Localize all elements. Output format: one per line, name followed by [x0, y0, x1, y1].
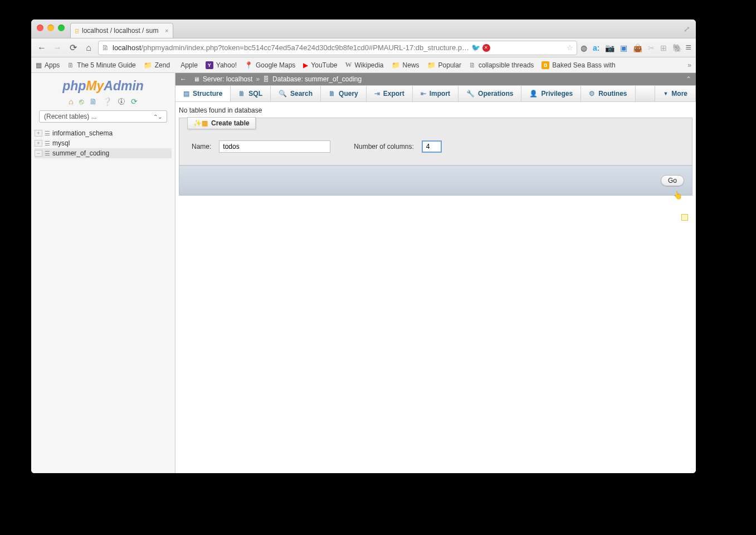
- dropdown-caret-icon: ⌃⌄: [153, 114, 162, 120]
- evernote-ext-icon[interactable]: 🐘: [672, 43, 682, 52]
- ext-icon[interactable]: ✂: [648, 43, 655, 52]
- chrome-toolbar: ← → ⟳ ⌂ 🗎 localhost /phpmyadmin/index.ph…: [31, 38, 696, 57]
- bookmark-label: Apple: [181, 61, 198, 69]
- bookmark-star-icon[interactable]: ☆: [567, 43, 573, 52]
- breadcrumb-database[interactable]: Database: summer_of_coding: [272, 75, 362, 83]
- db-node-summer-of-coding[interactable]: – ☰ summer_of_coding: [35, 148, 172, 158]
- bookmark-item[interactable]: 🗎collapsible threads: [469, 61, 534, 69]
- structure-icon: ▤: [183, 90, 189, 98]
- bookmark-item[interactable]: 🗎The 5 Minute Guide: [67, 61, 135, 69]
- bookmark-folder-news[interactable]: 📁News: [392, 61, 420, 69]
- ext-icon[interactable]: ◍: [581, 43, 587, 52]
- settings-icon[interactable]: 🛈: [118, 97, 125, 106]
- page-icon: B: [542, 61, 549, 69]
- window-controls: [37, 25, 65, 31]
- bookmark-label: Baked Sea Bass with: [552, 61, 615, 69]
- adblock-ext-icon[interactable]: ✕: [482, 44, 490, 52]
- ext-icon[interactable]: ⊞: [660, 43, 667, 52]
- db-node-mysql[interactable]: + ☰ mysql: [35, 138, 172, 148]
- tab-structure[interactable]: ▤Structure: [175, 86, 231, 101]
- num-columns-input[interactable]: [422, 140, 442, 153]
- folder-icon: 📁: [144, 61, 152, 69]
- sql-icon[interactable]: 🗎: [89, 97, 97, 106]
- home-icon[interactable]: ⌂: [69, 97, 73, 106]
- folder-icon: 📁: [427, 61, 436, 69]
- bookmark-apps[interactable]: ▦Apps: [36, 61, 60, 69]
- bookmark-label: YouTube: [311, 61, 337, 69]
- bookmark-yahoo[interactable]: YYahoo!: [206, 61, 237, 69]
- browser-tab[interactable]: ⌹ localhost / localhost / sum ×: [70, 23, 173, 38]
- recent-tables-label: (Recent tables) ...: [44, 113, 97, 120]
- breadcrumb-separator: »: [256, 75, 260, 83]
- page-icon: 🗎: [469, 61, 476, 69]
- enter-fullscreen-icon[interactable]: ⤢: [684, 25, 690, 33]
- go-button[interactable]: Go: [661, 175, 684, 186]
- ext-icon[interactable]: a:: [593, 43, 599, 52]
- expand-icon[interactable]: +: [35, 130, 42, 137]
- tab-more[interactable]: ▼More: [655, 86, 696, 101]
- tab-operations[interactable]: 🔧Operations: [459, 86, 521, 101]
- database-icon: 🗄: [263, 76, 269, 82]
- minimize-window-button[interactable]: [47, 25, 54, 31]
- expand-icon[interactable]: +: [35, 140, 42, 147]
- bookmark-label: Wikipedia: [355, 61, 384, 69]
- db-node-information-schema[interactable]: + ☰ information_schema: [35, 128, 172, 138]
- back-button[interactable]: ←: [36, 43, 48, 53]
- db-label: information_schema: [52, 129, 113, 137]
- bookmark-wikipedia[interactable]: WWikipedia: [345, 61, 384, 69]
- reload-icon[interactable]: ⟳: [131, 97, 138, 106]
- tab-privileges[interactable]: 👤Privileges: [521, 86, 581, 101]
- table-name-input[interactable]: [219, 140, 330, 153]
- bookmark-youtube[interactable]: ▶YouTube: [303, 61, 337, 69]
- panel-collapse-icon[interactable]: ⌃: [686, 75, 691, 83]
- browser-window: ⌹ localhost / localhost / sum × ⤢ ← → ⟳ …: [31, 20, 696, 473]
- no-tables-message: No tables found in database: [175, 106, 696, 118]
- query-icon: 🗎: [329, 90, 335, 98]
- tab-routines[interactable]: ⚙Routines: [581, 86, 635, 101]
- address-bar[interactable]: 🗎 localhost /phpmyadmin/index.php?token=…: [98, 41, 577, 55]
- sql-icon: 🗎: [238, 90, 245, 98]
- tab-query[interactable]: 🗎Query: [321, 86, 367, 101]
- bookmark-item[interactable]: BBaked Sea Bass with: [542, 61, 615, 69]
- bookmarks-bar: ▦Apps 🗎The 5 Minute Guide 📁Zend Apple YY…: [31, 57, 696, 73]
- ext-icon[interactable]: 👜: [633, 43, 642, 52]
- go-bar: Go: [179, 166, 692, 196]
- bookmark-folder-popular[interactable]: 📁Popular: [427, 61, 461, 69]
- export-icon: ⇥: [374, 90, 380, 98]
- ext-icon[interactable]: 📷: [605, 43, 614, 52]
- chrome-menu-icon[interactable]: ≡: [685, 42, 691, 54]
- tab-sql[interactable]: 🗎SQL: [231, 86, 271, 101]
- recent-tables-select[interactable]: (Recent tables) ... ⌃⌄: [39, 110, 167, 123]
- forward-button[interactable]: →: [51, 43, 64, 53]
- bookmark-apple[interactable]: Apple: [178, 61, 198, 69]
- close-window-button[interactable]: [37, 25, 43, 31]
- logout-icon[interactable]: ⎋: [79, 97, 84, 106]
- tab-title: localhost / localhost / sum: [82, 27, 158, 35]
- reload-button[interactable]: ⟳: [67, 42, 79, 53]
- twitter-ext-icon[interactable]: 🐦: [471, 43, 480, 52]
- tab-export[interactable]: ⇥Export: [367, 86, 413, 101]
- docs-icon[interactable]: ❔: [103, 97, 112, 106]
- extension-icons: ◍ a: 📷 ▣ 👜 ✂ ⊞ 🐘: [581, 43, 682, 52]
- phpmyadmin-logo[interactable]: phpMyAdmin: [31, 76, 175, 95]
- ext-icon[interactable]: ▣: [620, 43, 627, 52]
- tab-import[interactable]: ⇤Import: [413, 86, 459, 101]
- collapse-icon[interactable]: –: [35, 150, 42, 157]
- breadcrumb-back-icon[interactable]: ←: [180, 75, 190, 83]
- home-button[interactable]: ⌂: [82, 43, 95, 53]
- pma-sidebar: phpMyAdmin ⌂ ⎋ 🗎 ❔ 🛈 ⟳ (Recent tables) .…: [31, 73, 175, 473]
- tab-search[interactable]: 🔍Search: [271, 86, 321, 101]
- yahoo-icon: Y: [206, 61, 213, 69]
- site-info-icon[interactable]: 🗎: [102, 43, 109, 52]
- bookmark-folder-zend[interactable]: 📁Zend: [144, 61, 170, 69]
- tab-close-icon[interactable]: ×: [165, 27, 168, 34]
- create-table-fieldset: ✨▦ Create table Name: Number of columns:: [179, 118, 692, 166]
- sticky-note-icon[interactable]: [681, 214, 688, 221]
- breadcrumb-server[interactable]: Server: localhost: [203, 75, 252, 83]
- bookmarks-overflow-icon[interactable]: »: [687, 61, 691, 69]
- bookmark-gmaps[interactable]: 📍Google Maps: [245, 61, 295, 69]
- import-icon: ⇤: [421, 90, 426, 98]
- zoom-window-button[interactable]: [58, 25, 65, 31]
- tab-label: Search: [290, 90, 313, 98]
- database-icon: ☰: [45, 140, 50, 147]
